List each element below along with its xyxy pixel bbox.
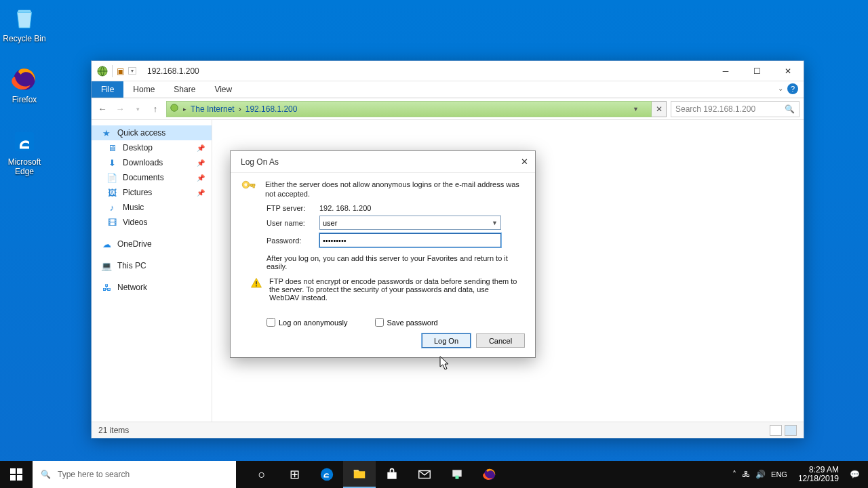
taskbar-store[interactable] xyxy=(376,461,408,488)
edge-icon xyxy=(10,127,39,156)
sidebar-music[interactable]: ♪ Music xyxy=(92,200,212,215)
action-center-icon[interactable]: 💬 xyxy=(847,470,863,479)
start-button[interactable] xyxy=(0,461,33,488)
pin-icon: 📌 xyxy=(197,174,205,182)
desktop-icon-edge[interactable]: Microsoft Edge xyxy=(0,127,49,176)
minimize-button[interactable]: ─ xyxy=(710,61,741,81)
star-icon: ★ xyxy=(101,127,112,138)
svg-rect-11 xyxy=(10,468,16,474)
nav-pane: ★ Quick access 🖥 Desktop 📌 ⬇ Downloads 📌… xyxy=(92,120,212,422)
svg-rect-12 xyxy=(17,468,22,474)
cloud-icon: ☁ xyxy=(101,239,112,249)
downloads-icon: ⬇ xyxy=(106,157,117,168)
sidebar-onedrive[interactable]: ☁ OneDrive xyxy=(92,237,212,251)
chevron-down-icon[interactable]: ▼ xyxy=(492,220,498,226)
pc-icon: 💻 xyxy=(101,260,112,271)
svg-rect-13 xyxy=(10,475,16,481)
password-input[interactable] xyxy=(319,233,501,247)
address-dropdown-icon[interactable]: ▼ xyxy=(633,106,639,113)
ribbon-tab-view[interactable]: View xyxy=(205,81,241,98)
stop-refresh-button[interactable]: ✕ xyxy=(652,101,667,117)
eng-indicator[interactable]: ENG xyxy=(768,470,790,479)
taskbar-clock[interactable]: 8:29 AM 12/18/2019 xyxy=(790,466,847,483)
properties-icon[interactable]: ▣ xyxy=(117,66,124,76)
logon-form: FTP server: 192. 168. 1.200 User name: u… xyxy=(267,204,525,247)
svg-point-3 xyxy=(171,104,178,112)
cancel-button[interactable]: Cancel xyxy=(476,333,525,348)
tray-overflow-icon[interactable]: ˄ xyxy=(730,470,739,479)
sidebar-this-pc[interactable]: 💻 This PC xyxy=(92,258,212,273)
logon-dialog: Log On As ✕ Either the server does not a… xyxy=(230,150,536,358)
maximize-button[interactable]: ☐ xyxy=(741,61,772,81)
taskbar-security[interactable] xyxy=(441,461,473,488)
nav-up-icon[interactable]: ↑ xyxy=(149,104,162,114)
taskbar-explorer[interactable] xyxy=(343,461,376,488)
ribbon-expand-icon[interactable]: ⌄ xyxy=(778,85,783,92)
ribbon-tab-home[interactable]: Home xyxy=(123,81,164,98)
taskbar-firefox[interactable] xyxy=(473,461,506,488)
window-title: 192.168.1.200 xyxy=(142,66,199,76)
status-bar: 21 items xyxy=(92,422,804,438)
sidebar-pictures[interactable]: 🖼 Pictures 📌 xyxy=(92,185,212,200)
taskbar-edge[interactable] xyxy=(311,461,343,488)
desktop-icon-recycle-bin[interactable]: Recycle Bin xyxy=(0,4,49,43)
breadcrumb-location[interactable]: 192.168.1.200 xyxy=(245,104,298,114)
desktop-icon: 🖥 xyxy=(106,142,117,153)
anonymous-checkbox[interactable]: Log on anonymously xyxy=(267,318,348,327)
search-input[interactable]: Search 192.168.1.200 🔍 xyxy=(671,101,800,117)
sidebar-videos[interactable]: 🎞 Videos xyxy=(92,215,212,230)
warning-icon xyxy=(250,277,262,291)
task-view-button[interactable]: ⊞ xyxy=(278,461,311,488)
qat-dropdown-icon[interactable]: ▾ xyxy=(128,67,136,75)
dialog-title: Log On As xyxy=(241,157,279,167)
sidebar-documents[interactable]: 📄 Documents 📌 xyxy=(92,170,212,185)
svg-rect-10 xyxy=(256,285,257,287)
close-button[interactable]: ✕ xyxy=(772,61,804,81)
volume-tray-icon[interactable]: 🔊 xyxy=(753,470,768,479)
pictures-icon: 🖼 xyxy=(106,187,117,198)
desktop: Recycle Bin Firefox Microsoft Edge ▣ ▾ 1… xyxy=(0,0,868,488)
svg-rect-8 xyxy=(251,184,252,187)
ftp-server-label: FTP server: xyxy=(267,204,319,212)
nav-back-icon[interactable]: ← xyxy=(96,104,109,114)
desktop-icon-label: Firefox xyxy=(12,95,37,104)
cortana-button[interactable]: ○ xyxy=(245,461,278,488)
view-details-button[interactable] xyxy=(770,425,782,436)
music-icon: ♪ xyxy=(106,202,117,213)
pin-icon: 📌 xyxy=(197,189,205,197)
network-icon: 🖧 xyxy=(101,282,112,293)
nav-recent-icon[interactable]: ▾ xyxy=(131,106,144,113)
sidebar-downloads[interactable]: ⬇ Downloads 📌 xyxy=(92,155,212,170)
view-large-button[interactable] xyxy=(785,425,797,436)
ribbon-tab-file[interactable]: File xyxy=(92,81,123,98)
help-icon[interactable]: ? xyxy=(787,83,798,94)
address-bar[interactable]: ▸ The Internet › 192.168.1.200 ▼ xyxy=(166,101,652,117)
taskbar-search[interactable]: 🔍 Type here to search xyxy=(33,461,236,488)
svg-point-5 xyxy=(244,183,248,186)
desktop-icon-label: Microsoft Edge xyxy=(8,157,41,176)
svg-rect-14 xyxy=(17,475,22,481)
sidebar-network[interactable]: 🖧 Network xyxy=(92,280,212,295)
ribbon-tab-share[interactable]: Share xyxy=(164,81,205,98)
dialog-close-button[interactable]: ✕ xyxy=(521,157,528,167)
network-tray-icon[interactable]: 🖧 xyxy=(739,470,753,479)
breadcrumb-root[interactable]: The Internet xyxy=(186,104,235,114)
warning-text: FTP does not encrypt or encode passwords… xyxy=(269,277,520,302)
desktop-icon-firefox[interactable]: Firefox xyxy=(0,65,49,104)
system-tray: ˄ 🖧 🔊 ENG 8:29 AM 12/18/2019 💬 xyxy=(730,461,868,488)
taskbar: 🔍 Type here to search ○ ⊞ ˄ 🖧 🔊 ENG xyxy=(0,461,868,488)
username-input[interactable]: user ▼ xyxy=(319,216,501,230)
sidebar-desktop[interactable]: 🖥 Desktop 📌 xyxy=(92,140,212,155)
sidebar-quick-access[interactable]: ★ Quick access xyxy=(92,125,212,140)
documents-icon: 📄 xyxy=(106,172,117,183)
save-password-checkbox[interactable]: Save password xyxy=(375,318,438,327)
ribbon: File Home Share View ⌄ ? xyxy=(92,81,804,98)
cursor-icon xyxy=(439,356,450,371)
desktop-icon-label: Recycle Bin xyxy=(3,34,45,43)
taskbar-mail[interactable] xyxy=(408,461,441,488)
logon-button[interactable]: Log On xyxy=(422,333,471,348)
svg-rect-16 xyxy=(387,472,396,479)
nav-forward-icon: → xyxy=(113,104,127,114)
svg-rect-7 xyxy=(253,184,254,188)
titlebar[interactable]: ▣ ▾ 192.168.1.200 ─ ☐ ✕ xyxy=(92,61,804,81)
